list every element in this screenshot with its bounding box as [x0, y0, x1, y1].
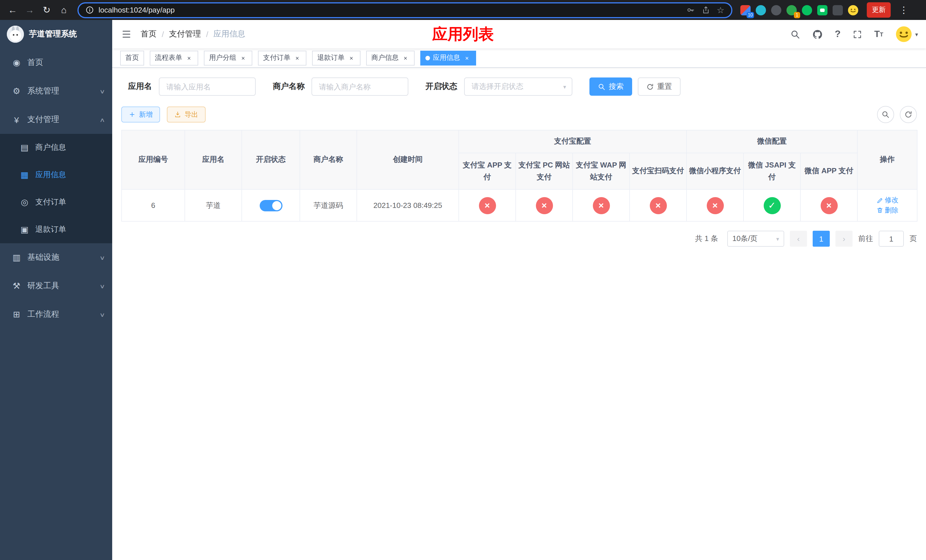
tag-close-icon[interactable]: × [401, 54, 410, 62]
app-logo[interactable]: 芋道管理系统 [0, 20, 112, 48]
chevron-down-icon: ∨ [99, 283, 105, 289]
goto-page-input[interactable] [879, 231, 904, 247]
help-icon[interactable]: ? [835, 29, 841, 40]
status-label: 开启状态 [425, 82, 457, 92]
user-avatar[interactable]: ▾ [895, 26, 918, 43]
breadcrumb-home[interactable]: 首页 [141, 29, 157, 39]
chevron-up-icon: ∧ [99, 117, 105, 123]
refresh-table-button[interactable] [900, 106, 917, 123]
forward-icon[interactable]: → [22, 2, 38, 18]
site-info-icon[interactable] [85, 6, 94, 14]
address-bar[interactable]: localhost:1024/pay/app ☆ [77, 2, 732, 18]
tags-bar: 首页 流程表单 × 用户分组 × 支付订单 × 退款订单 × [112, 48, 926, 68]
tag-home[interactable]: 首页 [120, 50, 144, 65]
tag-refund-orders[interactable]: 退款订单 × [312, 50, 360, 65]
sidebar-item-pay-orders[interactable]: ◎ 支付订单 [0, 189, 112, 216]
dashboard-icon: ◉ [11, 58, 22, 68]
search-icon[interactable] [790, 29, 800, 39]
alipay-app-status-icon: × [479, 197, 496, 214]
sidebar-item-infrastructure[interactable]: ▥ 基础设施 ∨ [0, 243, 112, 272]
tag-close-icon[interactable]: × [347, 54, 356, 62]
extension-avatar-icon[interactable]: 1 [787, 5, 797, 15]
status-switch[interactable] [259, 200, 282, 211]
sidebar-item-system[interactable]: ⚙ 系统管理 ∨ [0, 77, 112, 105]
tag-close-icon[interactable]: × [185, 54, 193, 62]
cell-actions: 修改 删除 [857, 189, 917, 221]
github-icon[interactable] [812, 29, 823, 39]
yen-icon: ¥ [11, 115, 22, 124]
chat-extension-icon[interactable] [817, 5, 828, 15]
prev-page-button[interactable]: ‹ [790, 231, 807, 247]
tag-merchant-info[interactable]: 商户信息 × [366, 50, 415, 65]
wechat-devtools-icon[interactable] [802, 5, 812, 15]
sidebar-item-merchant-info[interactable]: ▤ 商户信息 [0, 134, 112, 161]
sidebar-item-dev-tools[interactable]: ⚒ 研发工具 ∨ [0, 272, 112, 300]
status-select[interactable]: 请选择开启状态 ▾ [464, 77, 572, 96]
col-status: 开启状态 [242, 130, 300, 189]
tag-user-group[interactable]: 用户分组 × [204, 50, 252, 65]
sidebar-item-label: 首页 [27, 58, 43, 68]
reload-icon[interactable]: ↻ [39, 2, 54, 18]
sidebar-item-app-info[interactable]: ▦ 应用信息 [0, 161, 112, 189]
breadcrumb-payment[interactable]: 支付管理 [169, 29, 201, 39]
next-page-button[interactable]: › [835, 231, 853, 247]
trash-icon [876, 207, 883, 213]
browser-menu-icon[interactable]: ⋮ [896, 2, 912, 18]
cell-status [242, 189, 300, 221]
group-wechat-config: 微信配置 [687, 130, 857, 153]
url-text: localhost:1024/pay/app [98, 6, 174, 14]
extension-dark-icon[interactable] [771, 5, 781, 15]
tag-pay-orders[interactable]: 支付订单 × [258, 50, 306, 65]
tag-close-icon[interactable]: × [239, 54, 247, 62]
cell-app-id: 6 [122, 189, 185, 221]
chevron-down-icon: ∨ [99, 311, 105, 318]
current-page-button[interactable]: 1 [813, 231, 830, 247]
workflow-icon: ⊞ [11, 309, 22, 319]
app-name-label: 应用名 [128, 82, 152, 92]
add-button[interactable]: 新增 [121, 106, 160, 123]
sidebar-item-home[interactable]: ◉ 首页 [0, 48, 112, 77]
bookmark-star-icon[interactable]: ☆ [717, 5, 725, 15]
wx-jsapi-status-icon: ✓ [763, 197, 781, 214]
sidebar-item-workflow[interactable]: ⊞ 工作流程 ∨ [0, 300, 112, 329]
toggle-search-button[interactable] [877, 106, 894, 123]
home-icon[interactable]: ⌂ [56, 2, 72, 18]
delete-button[interactable]: 删除 [876, 205, 899, 215]
extensions-puzzle-icon[interactable] [832, 5, 843, 15]
tag-process-form[interactable]: 流程表单 × [150, 50, 198, 65]
merchant-name-input[interactable] [312, 77, 409, 96]
fullscreen-icon[interactable] [853, 29, 862, 39]
hamburger-icon[interactable] [112, 20, 141, 48]
cell-created: 2021-10-23 08:49:25 [357, 189, 459, 221]
share-icon[interactable] [701, 6, 710, 14]
alipay-qr-status-icon: × [649, 197, 667, 214]
edit-button[interactable]: 修改 [876, 195, 899, 205]
wx-mini-status-icon: × [707, 197, 723, 214]
col-wx-jsapi: 微信 JSAPI 支付 [743, 153, 800, 189]
font-size-icon[interactable]: TT [874, 29, 883, 39]
page-size-select[interactable]: 10条/页 ▾ [727, 231, 784, 247]
gear-icon: ⚙ [11, 86, 22, 96]
tag-close-icon[interactable]: × [463, 54, 471, 62]
update-button[interactable]: 更新 [867, 2, 891, 18]
browser-profile-avatar[interactable] [848, 5, 858, 15]
app-title: 芋道管理系统 [29, 29, 77, 39]
tag-app-info[interactable]: 应用信息 × [420, 50, 476, 65]
col-wx-mini: 微信小程序支付 [687, 153, 743, 189]
sidebar-item-refund-orders[interactable]: ▣ 退款订单 [0, 216, 112, 243]
extension-grid-icon[interactable]: 10 [740, 5, 750, 15]
sidebar-item-label: 商户信息 [35, 142, 66, 153]
col-alipay-app: 支付宝 APP 支付 [459, 153, 516, 189]
app-name-input[interactable] [159, 77, 256, 96]
export-button[interactable]: 导出 [167, 106, 206, 123]
download-icon [174, 111, 181, 118]
tag-close-icon[interactable]: × [293, 54, 301, 62]
search-button[interactable]: 搜索 [589, 77, 632, 96]
password-key-icon[interactable] [686, 6, 694, 14]
back-icon[interactable]: ← [5, 2, 21, 18]
extension-drop-icon[interactable] [756, 5, 766, 15]
reset-button[interactable]: 重置 [638, 77, 681, 96]
sidebar-item-payment[interactable]: ¥ 支付管理 ∧ [0, 105, 112, 134]
col-wx-app: 微信 APP 支付 [800, 153, 857, 189]
goto-label: 前往 [858, 233, 873, 244]
